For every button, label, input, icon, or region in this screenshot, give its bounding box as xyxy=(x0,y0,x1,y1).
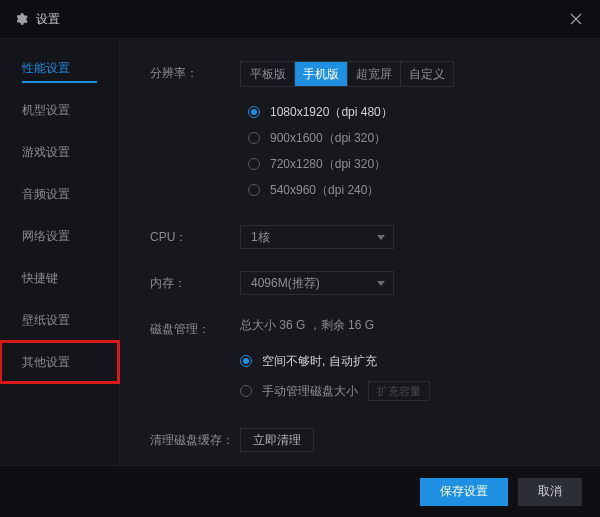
window-title: 设置 xyxy=(36,11,566,28)
sidebar-item-device[interactable]: 机型设置 xyxy=(0,89,119,131)
memory-value: 4096M(推荐) xyxy=(251,275,320,292)
save-button[interactable]: 保存设置 xyxy=(420,478,508,506)
resolution-mode-tabs: 平板版 手机版 超宽屏 自定义 xyxy=(240,61,454,87)
mode-ultrawide[interactable]: 超宽屏 xyxy=(347,62,400,86)
radio-icon xyxy=(240,385,252,397)
resolution-label: 分辨率： xyxy=(150,61,240,82)
titlebar: 设置 xyxy=(0,0,600,39)
memory-select[interactable]: 4096M(推荐) xyxy=(240,271,394,295)
row-disk: 磁盘管理： 总大小 36 G ，剩余 16 G 空间不够时, 自动扩充 手动管理… xyxy=(150,317,572,406)
mode-phone[interactable]: 手机版 xyxy=(294,62,347,86)
cache-label: 清理磁盘缓存： xyxy=(150,428,240,449)
settings-window: 设置 性能设置 机型设置 游戏设置 音频设置 网络设置 快捷键 壁纸设置 其他设… xyxy=(0,0,600,517)
resolution-option-900[interactable]: 900x1600（dpi 320） xyxy=(248,125,572,151)
close-button[interactable] xyxy=(566,9,586,29)
sidebar-item-shortcut[interactable]: 快捷键 xyxy=(0,257,119,299)
chevron-down-icon xyxy=(377,281,385,286)
radio-icon xyxy=(248,184,260,196)
sidebar-item-other[interactable]: 其他设置 xyxy=(0,341,119,383)
memory-label: 内存： xyxy=(150,271,240,292)
resolution-option-720[interactable]: 720x1280（dpi 320） xyxy=(248,151,572,177)
row-cache: 清理磁盘缓存： 立即清理 xyxy=(150,428,572,452)
disk-option-auto[interactable]: 空间不够时, 自动扩充 xyxy=(240,346,572,376)
sidebar-item-wallpaper[interactable]: 壁纸设置 xyxy=(0,299,119,341)
expand-capacity-button[interactable]: 扩充容量 xyxy=(368,381,430,401)
mode-tablet[interactable]: 平板版 xyxy=(241,62,294,86)
gear-icon xyxy=(14,12,28,26)
content: 分辨率： 平板版 手机版 超宽屏 自定义 1080x1920（dpi 480） … xyxy=(120,39,600,465)
row-cpu: CPU： 1核 xyxy=(150,225,572,249)
chevron-down-icon xyxy=(377,235,385,240)
radio-icon xyxy=(248,158,260,170)
disk-options: 空间不够时, 自动扩充 手动管理磁盘大小 扩充容量 xyxy=(240,346,572,406)
sidebar-item-performance[interactable]: 性能设置 xyxy=(0,47,119,89)
radio-icon xyxy=(248,106,260,118)
radio-icon xyxy=(248,132,260,144)
cancel-button[interactable]: 取消 xyxy=(518,478,582,506)
row-resolution: 分辨率： 平板版 手机版 超宽屏 自定义 1080x1920（dpi 480） … xyxy=(150,61,572,203)
radio-icon xyxy=(240,355,252,367)
resolution-option-1080[interactable]: 1080x1920（dpi 480） xyxy=(248,99,572,125)
cpu-select[interactable]: 1核 xyxy=(240,225,394,249)
disk-info: 总大小 36 G ，剩余 16 G xyxy=(240,317,572,334)
cpu-value: 1核 xyxy=(251,229,270,246)
row-memory: 内存： 4096M(推荐) xyxy=(150,271,572,295)
clear-cache-button[interactable]: 立即清理 xyxy=(240,428,314,452)
disk-label: 磁盘管理： xyxy=(150,317,240,338)
resolution-option-540[interactable]: 540x960（dpi 240） xyxy=(248,177,572,203)
body: 性能设置 机型设置 游戏设置 音频设置 网络设置 快捷键 壁纸设置 其他设置 分… xyxy=(0,39,600,465)
cpu-label: CPU： xyxy=(150,225,240,246)
sidebar-item-game[interactable]: 游戏设置 xyxy=(0,131,119,173)
sidebar-item-network[interactable]: 网络设置 xyxy=(0,215,119,257)
mode-custom[interactable]: 自定义 xyxy=(400,62,453,86)
resolution-options: 1080x1920（dpi 480） 900x1600（dpi 320） 720… xyxy=(240,99,572,203)
sidebar-item-audio[interactable]: 音频设置 xyxy=(0,173,119,215)
disk-option-manual[interactable]: 手动管理磁盘大小 扩充容量 xyxy=(240,376,572,406)
footer: 保存设置 取消 xyxy=(0,465,600,517)
sidebar: 性能设置 机型设置 游戏设置 音频设置 网络设置 快捷键 壁纸设置 其他设置 xyxy=(0,39,120,465)
